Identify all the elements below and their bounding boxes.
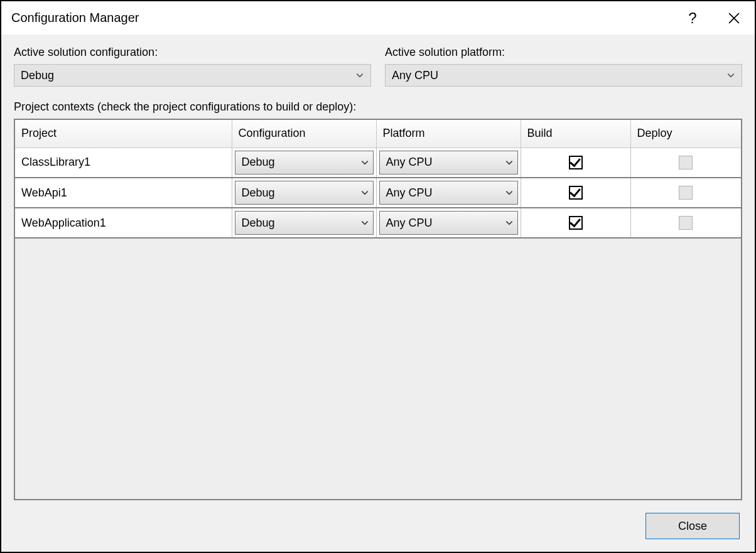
help-icon: ? (688, 9, 696, 27)
configuration-manager-dialog: Configuration Manager ? Active solution … (0, 0, 756, 553)
active-platform-dropdown[interactable]: Any CPU (385, 64, 742, 87)
row-platform-value: Any CPU (386, 156, 505, 169)
row-configuration-value: Debug (242, 217, 360, 230)
close-button[interactable]: Close (645, 513, 740, 539)
active-configuration-value: Debug (21, 69, 355, 82)
titlebar: Configuration Manager ? (1, 1, 755, 35)
chevron-down-icon (505, 218, 514, 227)
table-row: ClassLibrary1DebugAny CPU (15, 148, 741, 178)
table-row: WebApi1DebugAny CPU (15, 178, 741, 208)
project-contexts-table-container: Project Configuration Platform Build Dep… (14, 119, 742, 500)
project-name: ClassLibrary1 (18, 156, 229, 169)
help-button[interactable]: ? (672, 1, 713, 35)
row-platform-dropdown[interactable]: Any CPU (379, 211, 518, 235)
active-configuration-field: Active solution configuration: Debug (14, 46, 371, 87)
deploy-checkbox (679, 156, 693, 169)
dialog-content: Active solution configuration: Debug Act… (1, 35, 755, 552)
solution-selectors-row: Active solution configuration: Debug Act… (14, 46, 742, 87)
row-platform-value: Any CPU (386, 217, 505, 230)
close-icon (728, 13, 740, 24)
close-button-label: Close (678, 520, 707, 533)
chevron-down-icon (360, 218, 369, 227)
table-header-row: Project Configuration Platform Build Dep… (15, 120, 741, 148)
active-configuration-label: Active solution configuration: (14, 46, 371, 59)
table-row: WebApplication1DebugAny CPU (15, 208, 741, 238)
row-configuration-value: Debug (242, 186, 360, 200)
build-checkbox[interactable] (569, 186, 583, 200)
deploy-checkbox (679, 186, 693, 200)
chevron-down-icon (505, 158, 514, 167)
header-deploy[interactable]: Deploy (630, 120, 741, 148)
active-platform-label: Active solution platform: (385, 46, 742, 59)
header-platform[interactable]: Platform (376, 120, 521, 148)
build-checkbox[interactable] (569, 156, 583, 169)
build-checkbox[interactable] (569, 216, 583, 230)
active-platform-field: Active solution platform: Any CPU (385, 46, 742, 87)
project-name: WebApplication1 (18, 217, 229, 230)
row-configuration-dropdown[interactable]: Debug (235, 181, 374, 205)
close-window-button[interactable] (713, 1, 755, 35)
project-name: WebApi1 (18, 186, 229, 200)
chevron-down-icon (360, 188, 369, 197)
header-build[interactable]: Build (521, 120, 630, 148)
row-configuration-value: Debug (242, 156, 360, 169)
active-configuration-dropdown[interactable]: Debug (14, 64, 371, 87)
dialog-footer: Close (14, 500, 742, 539)
deploy-checkbox (679, 216, 693, 230)
row-configuration-dropdown[interactable]: Debug (235, 211, 374, 235)
chevron-down-icon (360, 158, 369, 167)
chevron-down-icon (726, 71, 735, 80)
row-platform-dropdown[interactable]: Any CPU (379, 151, 518, 174)
active-platform-value: Any CPU (392, 69, 726, 82)
header-project[interactable]: Project (15, 120, 232, 148)
project-contexts-label: Project contexts (check the project conf… (14, 100, 742, 114)
header-config[interactable]: Configuration (232, 120, 376, 148)
chevron-down-icon (355, 71, 364, 80)
row-platform-dropdown[interactable]: Any CPU (379, 181, 518, 205)
window-title: Configuration Manager (11, 11, 672, 25)
project-contexts-table: Project Configuration Platform Build Dep… (15, 120, 741, 239)
chevron-down-icon (505, 188, 514, 197)
row-configuration-dropdown[interactable]: Debug (235, 151, 374, 174)
row-platform-value: Any CPU (386, 186, 505, 200)
